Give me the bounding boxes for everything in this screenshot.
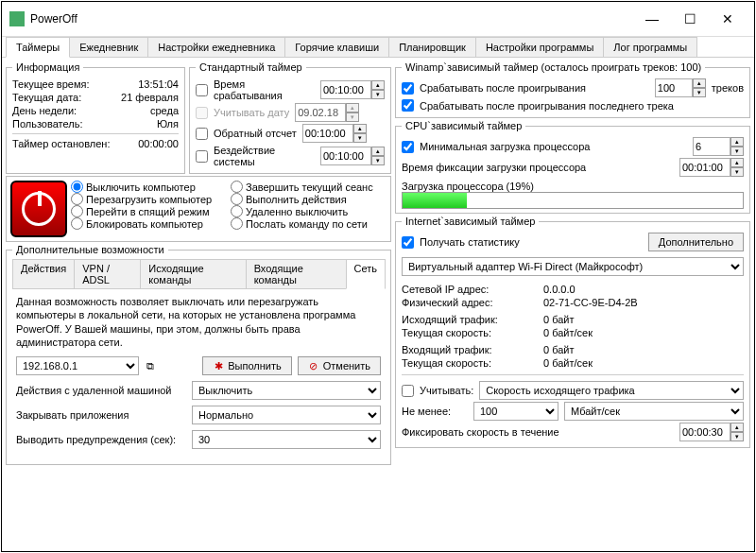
close-button[interactable]: ✕	[709, 8, 747, 30]
subtab-network[interactable]: Сеть	[346, 259, 386, 289]
out-speed-label: Текущая скорость:	[402, 327, 534, 338]
time-value: 13:51:04	[122, 78, 179, 90]
subtab-actions[interactable]: Действия	[12, 259, 75, 288]
net-mac-value: 02-71-CC-9E-D4-2B	[543, 297, 744, 308]
spin-down-icon[interactable]: ▾	[730, 167, 744, 177]
spin-up-icon[interactable]: ▴	[371, 80, 385, 90]
adapter-select[interactable]: Виртуальный адаптер Wi-Fi Direct (Майкро…	[402, 257, 744, 276]
spin-up-icon[interactable]: ▴	[693, 78, 706, 88]
consider-checkbox[interactable]	[402, 385, 414, 397]
spin-down-icon[interactable]: ▾	[371, 156, 385, 165]
extra-tabs: Действия VPN / ADSL Исходящие команды Вх…	[12, 259, 385, 289]
user-label: Пользователь:	[12, 118, 118, 130]
cpu-legend: CPU`зависимый таймер	[402, 120, 525, 131]
tab-scheduler-settings[interactable]: Настройки ежедневника	[147, 37, 285, 57]
in-traf-value: 0 байт	[543, 344, 744, 355]
radio-send-net[interactable]	[231, 217, 243, 230]
cancel-button[interactable]: ⊘Отменить	[298, 356, 381, 375]
spin-up-icon[interactable]: ▴	[353, 124, 367, 133]
radio-lock[interactable]	[71, 217, 83, 230]
radio-restart[interactable]	[71, 193, 83, 205]
cpu-min-input[interactable]	[693, 137, 730, 156]
radio-send-net-label: Послать команду по сети	[246, 218, 368, 230]
time-label: Текущее время:	[12, 78, 118, 90]
spin-down-icon[interactable]: ▾	[730, 432, 744, 441]
subtab-out-cmd[interactable]: Исходящие команды	[140, 259, 246, 288]
remote-action-select[interactable]: Выключить	[192, 381, 381, 400]
tab-program-settings[interactable]: Настройки программы	[475, 37, 604, 57]
spin-up-icon[interactable]: ▴	[730, 158, 744, 167]
cpu-fix-input[interactable]	[679, 158, 730, 177]
maximize-button[interactable]: ☐	[671, 8, 709, 30]
tab-log[interactable]: Лог программы	[603, 37, 697, 57]
spin-up-icon[interactable]: ▴	[730, 137, 744, 147]
net-fix-input[interactable]	[679, 423, 730, 441]
trigger-label: Время срабатывания	[214, 78, 315, 101]
radio-run-actions[interactable]	[231, 193, 243, 205]
tracks-suffix: треков	[712, 82, 744, 94]
radio-run-actions-label: Выполнить действия	[246, 194, 347, 205]
cpu-min-label: Минимальная загрузка процессора	[420, 141, 687, 152]
std-timer-legend: Стандартный таймер	[196, 61, 306, 73]
cpu-progress-bar	[403, 193, 467, 208]
usedate-input	[295, 103, 346, 122]
idle-checkbox[interactable]	[196, 150, 208, 163]
spin-down-icon[interactable]: ▾	[353, 133, 367, 143]
minimize-button[interactable]: —	[633, 8, 671, 30]
subtab-vpn[interactable]: VPN / ADSL	[74, 259, 141, 288]
net-min-unit-select[interactable]: Мбайт/сек	[564, 402, 744, 421]
warn-label: Выводить предупреждения (сек):	[16, 434, 186, 445]
ip-select[interactable]: 192.168.0.1	[16, 356, 139, 375]
close-apps-select[interactable]: Нормально	[192, 406, 381, 424]
in-speed-value: 0 байт/сек	[543, 357, 744, 369]
radio-logoff-label: Завершить текущий сеанс	[246, 181, 373, 193]
tab-scheduler[interactable]: Ежедневник	[69, 37, 148, 57]
subtab-in-cmd[interactable]: Входящие команды	[246, 259, 347, 288]
copy-icon[interactable]: ⧉	[145, 360, 156, 372]
execute-button[interactable]: ✱Выполнить	[202, 356, 291, 375]
trigger-checkbox[interactable]	[196, 84, 208, 96]
spin-down-icon[interactable]: ▾	[693, 88, 706, 97]
warn-select[interactable]: 30	[192, 430, 381, 449]
after-play-checkbox[interactable]	[402, 82, 414, 95]
main-tabs: Таймеры Ежедневник Настройки ежедневника…	[2, 37, 754, 58]
stats-checkbox[interactable]	[402, 236, 414, 249]
stats-label: Получать статистику	[420, 236, 643, 248]
spin-up-icon[interactable]: ▴	[730, 423, 744, 432]
spin-down-icon[interactable]: ▾	[371, 90, 385, 99]
execute-icon: ✱	[213, 360, 224, 372]
titlebar: PowerOff — ☐ ✕	[2, 2, 754, 37]
net-ip-value: 0.0.0.0	[543, 284, 744, 295]
tab-planner[interactable]: Планировщик	[388, 37, 476, 57]
out-traf-label: Исходящий трафик:	[402, 314, 534, 325]
tab-timers[interactable]: Таймеры	[6, 37, 70, 58]
radio-remote-off-label: Удаленно выключить	[246, 206, 348, 217]
more-button[interactable]: Дополнительно	[648, 233, 744, 251]
countdown-checkbox[interactable]	[196, 128, 208, 140]
consider-select[interactable]: Скорость исходящего трафика	[479, 381, 744, 400]
spin-up-icon[interactable]: ▴	[371, 147, 385, 156]
net-fix-label: Фиксировать скорость в течение	[402, 426, 674, 438]
radio-shutdown-label: Выключить компьютер	[86, 181, 196, 193]
idle-input[interactable]	[320, 147, 371, 165]
spin-down-icon[interactable]: ▾	[730, 147, 744, 156]
after-last-checkbox[interactable]	[402, 99, 414, 112]
tracks-input[interactable]	[655, 78, 693, 97]
countdown-input[interactable]	[302, 124, 353, 143]
internet-fieldset: Internet`зависимый таймер Получать стати…	[395, 216, 750, 448]
cpu-min-checkbox[interactable]	[402, 141, 414, 153]
radio-shutdown[interactable]	[71, 181, 83, 193]
radio-remote-off[interactable]	[231, 205, 243, 217]
radio-restart-label: Перезагрузить компьютер	[86, 194, 212, 205]
radio-logoff[interactable]	[231, 181, 243, 193]
info-legend: Информация	[12, 61, 83, 73]
tab-hotkeys[interactable]: Горячие клавиши	[284, 37, 389, 57]
close-apps-label: Закрывать приложения	[16, 409, 186, 421]
window-title: PowerOff	[30, 12, 633, 26]
stopped-value: 00:00:00	[122, 138, 179, 149]
radio-sleep[interactable]	[71, 205, 83, 217]
usedate-checkbox	[196, 107, 208, 119]
net-min-select[interactable]: 100	[473, 402, 558, 421]
trigger-input[interactable]	[320, 80, 371, 99]
after-play-label: Срабатывать после проигрывания	[420, 82, 649, 94]
